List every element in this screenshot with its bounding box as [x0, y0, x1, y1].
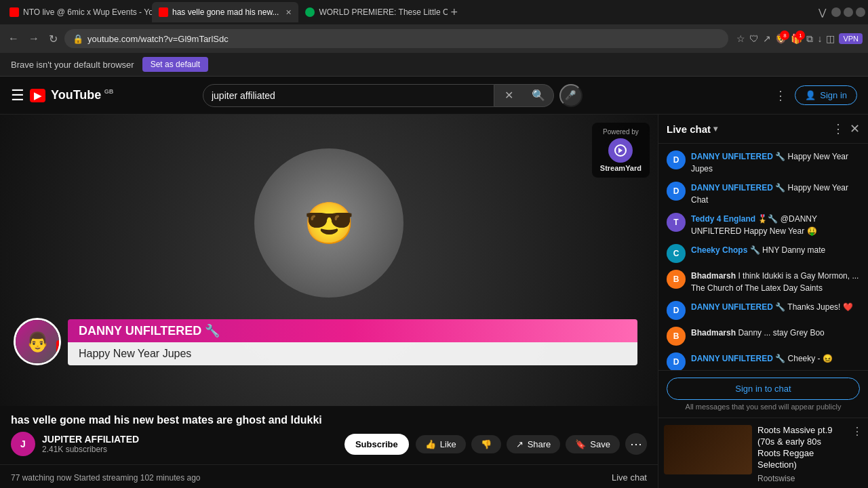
chat-settings-button[interactable]: ⋮ [832, 121, 844, 136]
chat-message-4: C Cheeky Chops 🔧 HNY Danny mate [661, 243, 865, 264]
msg5-username[interactable]: Bhadmarsh [691, 271, 736, 281]
wallet-badge: 8 [780, 30, 789, 40]
chat-messages: D DANNY UNFILTERED 🔧 Happy New Year Jupe… [658, 144, 868, 370]
suggested-thumbnail[interactable] [664, 425, 752, 474]
share-icon[interactable]: ↗ [763, 33, 771, 44]
msg1-username[interactable]: DANNY UNFILTERED 🔧 [691, 152, 785, 161]
dislike-icon: 👎 [481, 439, 492, 449]
channel-name[interactable]: JUPITER AFFILIATED [42, 434, 338, 445]
chat-message-7: B Bhadmarsh Danny ... stay Grey Boo [661, 325, 865, 347]
lower-third-message: Happy New Year Jupes [79, 348, 191, 359]
extensions-icon[interactable]: ⧉ [806, 33, 813, 45]
like-icon: 👍 [425, 439, 436, 449]
rewards-icon[interactable]: 🎁 1 [791, 33, 802, 44]
set-as-default-button[interactable]: Set as default [142, 57, 208, 72]
close-button[interactable] [856, 7, 865, 17]
share-button[interactable]: ↗ Share [507, 435, 561, 453]
downloads-icon[interactable]: ↓ [817, 33, 822, 44]
lower-third-message-bar: Happy New Year Jupes [68, 342, 637, 365]
tab3-label: WORLD PREMIERE: These Little On... [319, 7, 448, 17]
suggested-more-icon[interactable]: ⋮ [852, 425, 863, 438]
msg7-avatar: B [667, 327, 686, 346]
like-label: Like [440, 439, 456, 449]
tab-2[interactable]: has velle gone mad his new... ✕ [152, 2, 298, 22]
url-bar[interactable]: 🔒 youtube.com/watch?v=Gl9mTarlSdc [64, 29, 728, 48]
tab1-label: NTO live @ 6mic x Wup Events - Yo... [23, 7, 152, 17]
msg5-avatar: B [667, 270, 686, 289]
search-submit-button[interactable]: 🔍 [524, 84, 554, 107]
yt-logo-text: YouTubeGB [51, 88, 101, 102]
share-label: Share [528, 439, 551, 449]
browser-chrome: NTO live @ 6mic x Wup Events - Yo... has… [0, 0, 868, 77]
video-title: has velle gone mad his new best mates ar… [11, 414, 647, 426]
search-clear-button[interactable]: ✕ [494, 84, 524, 107]
chat-message-5: B Bhadmarsh I think Idukki is a Gay Morm… [661, 268, 865, 296]
streamyard-powered-label: Powered by [603, 128, 639, 136]
yt-gb-badge: GB [104, 88, 114, 95]
msg6-username[interactable]: DANNY UNFILTERED 🔧 [691, 302, 785, 312]
refresh-button[interactable]: ↻ [46, 30, 60, 48]
msg6-content: DANNY UNFILTERED 🔧 Thanks Jupes! ❤️ [691, 301, 860, 313]
tab1-favicon [9, 7, 19, 17]
back-button[interactable]: ← [5, 30, 22, 47]
sidebar-icon[interactable]: ◫ [826, 33, 835, 44]
streamyard-badge: Powered by StreamYard [592, 123, 650, 178]
avatar-image: 👨 [16, 320, 59, 363]
suggested-channel-name[interactable]: Rootswise [757, 474, 846, 483]
like-button[interactable]: 👍 Like [416, 435, 466, 453]
tab-1[interactable]: NTO live @ 6mic x Wup Events - Yo... [3, 2, 152, 22]
shield-icon[interactable]: 🛡 [749, 33, 759, 44]
msg5-content: Bhadmarsh I think Idukki is a Gay Mormon… [691, 270, 860, 294]
lower-third-name: DANNY UNFILTERED 🔧 [79, 323, 220, 338]
search-bar: ✕ 🔍 🎤 [203, 84, 583, 107]
msg3-content: Teddy 4 England 🎖️🔧 @DANNY UNFILTERED Ha… [691, 213, 860, 237]
hamburger-icon[interactable]: ☰ [11, 87, 24, 104]
lower-third: 👨 ▶ DANNY UNFILTERED 🔧 Happy New Year Ju… [20, 319, 637, 365]
main-layout: 😎 Powered by StreamYard 👨 [0, 115, 868, 488]
add-tab-button[interactable]: + [450, 5, 458, 20]
wallet-icon[interactable]: 🦁 8 [775, 33, 787, 44]
more-actions-button[interactable]: ⋯ [625, 433, 647, 455]
msg8-username[interactable]: DANNY UNFILTERED 🔧 [691, 354, 785, 363]
save-label: Save [590, 439, 610, 449]
msg7-username[interactable]: Bhadmarsh [691, 328, 736, 338]
suggested-video-title[interactable]: Roots Massive pt.9 (70s & early 80s Root… [757, 425, 846, 471]
msg3-username[interactable]: Teddy 4 England 🎖️🔧 [691, 214, 778, 224]
msg3-avatar: T [667, 213, 686, 232]
nav-icons: ☆ 🛡 ↗ 🦁 8 🎁 1 ⧉ ↓ ◫ VPN [736, 33, 863, 45]
play-button-overlay[interactable]: ▶ [56, 340, 61, 357]
maximize-button[interactable] [844, 7, 853, 17]
search-input[interactable] [203, 84, 494, 107]
voice-search-button[interactable]: 🎤 [559, 84, 583, 107]
streamyard-logo [608, 138, 633, 163]
default-browser-banner: Brave isn't your default browser Set as … [0, 53, 868, 77]
msg4-username[interactable]: Cheeky Chops 🔧 [691, 245, 760, 255]
vpn-icon[interactable]: VPN [839, 33, 863, 44]
save-button[interactable]: 🔖 Save [566, 435, 620, 453]
lock-icon: 🔒 [73, 34, 83, 44]
url-text: youtube.com/watch?v=Gl9mTarlSdc [87, 34, 229, 44]
sign-in-note: All messages that you send will appear p… [686, 403, 842, 411]
sign-in-header-button[interactable]: 👤 Sign in [795, 85, 857, 105]
channel-info: JUPITER AFFILIATED 2.41K subscribers [42, 434, 338, 454]
tab2-close-icon[interactable]: ✕ [285, 8, 292, 17]
tab-overflow-icon[interactable]: ⋁ [818, 7, 826, 18]
forward-button[interactable]: → [26, 30, 42, 47]
speaker-video-circle: 😎 [254, 148, 403, 298]
minimize-button[interactable] [831, 7, 841, 17]
chat-close-button[interactable]: ✕ [850, 121, 860, 136]
more-options-icon[interactable]: ⋮ [774, 88, 787, 103]
chat-message-3: T Teddy 4 England 🎖️🔧 @DANNY UNFILTERED … [661, 211, 865, 239]
video-container[interactable]: 😎 Powered by StreamYard 👨 [0, 115, 658, 406]
suggested-video-item: Roots Massive pt.9 (70s & early 80s Root… [664, 425, 863, 483]
msg2-username[interactable]: DANNY UNFILTERED 🔧 [691, 183, 785, 192]
sign-in-to-chat-button[interactable]: Sign in to chat [667, 378, 860, 400]
subscribe-button[interactable]: Subscribe [344, 434, 409, 455]
chat-dropdown-icon[interactable]: ▾ [713, 124, 717, 134]
dislike-button[interactable]: 👎 [471, 435, 501, 453]
tab-3[interactable]: WORLD PREMIERE: These Little On... [298, 2, 448, 22]
streamyard-name: StreamYard [600, 164, 642, 172]
live-chat-tab[interactable]: Live chat [612, 472, 647, 483]
bookmark-icon[interactable]: ☆ [736, 33, 745, 44]
youtube-logo[interactable]: ☰ ▶ YouTubeGB [11, 87, 101, 104]
